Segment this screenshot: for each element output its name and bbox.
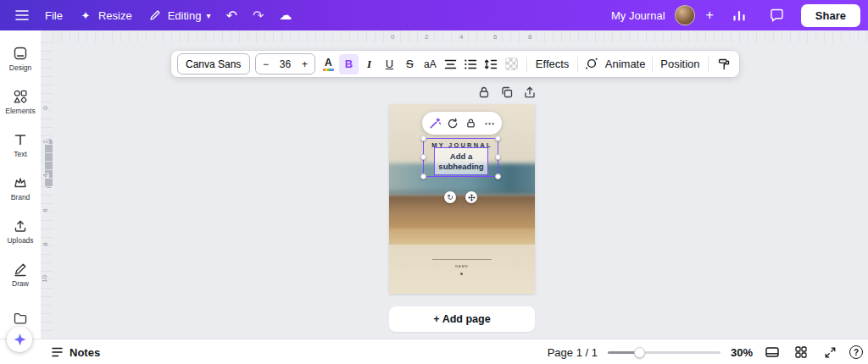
text-color-button[interactable]: A — [319, 54, 338, 74]
sidebar-item-uploads[interactable]: Uploads — [1, 212, 40, 251]
zoom-slider-knob[interactable] — [634, 347, 645, 358]
decorative-dot — [460, 273, 463, 275]
save-status-button[interactable]: ☁ — [272, 3, 298, 27]
pages-view-icon — [765, 345, 780, 359]
rotate-handle[interactable]: ↻ — [444, 191, 456, 203]
invite-members-button[interactable]: + — [704, 7, 715, 24]
horizontal-ruler: 0 2 4 6 8 — [53, 30, 868, 42]
position-button[interactable]: Position — [658, 54, 703, 74]
comments-button[interactable] — [763, 3, 792, 27]
font-size-decrease-button[interactable]: − — [256, 58, 275, 70]
help-button[interactable]: ? — [849, 345, 863, 359]
top-bar: File ✦ Resize Editing ▾ ↶ ↷ ☁ My Journal… — [0, 0, 868, 30]
selection-handle-bottom-right[interactable] — [495, 174, 501, 179]
selection-handle-bottom-left[interactable] — [420, 174, 426, 179]
underline-button[interactable]: U — [380, 54, 399, 74]
lock-element-button[interactable] — [465, 116, 478, 130]
canvas-page[interactable]: MY JOURNAL Add a subheading ⋯ — [389, 104, 535, 294]
line-spacing-button[interactable] — [481, 54, 501, 74]
align-center-icon — [444, 58, 457, 70]
statusbar-right-group: Page 1 / 1 30% ? — [548, 339, 863, 364]
brand-icon — [13, 175, 28, 190]
text-case-button[interactable]: aA — [420, 54, 440, 74]
alignment-button[interactable] — [441, 54, 460, 74]
ruler-tick-label: 4 — [42, 173, 49, 178]
document-title[interactable]: My Journal — [611, 9, 665, 22]
animate-icon — [585, 58, 598, 70]
font-family-selector[interactable]: Canva Sans — [177, 53, 250, 74]
menu-button[interactable] — [8, 3, 36, 27]
zoom-level[interactable]: 30% — [731, 346, 753, 359]
sidebar-item-design[interactable]: Design — [1, 39, 40, 79]
ruler-tick-label: 0 — [389, 33, 396, 41]
fullscreen-button[interactable] — [821, 343, 839, 361]
topbar-right-group: My Journal + Share — [611, 3, 860, 27]
add-page-button[interactable]: + Add page — [389, 306, 535, 332]
effects-button[interactable]: Effects — [532, 54, 572, 74]
comment-bubble-icon — [770, 8, 785, 23]
lock-page-button[interactable] — [475, 84, 493, 101]
subheading-text-box[interactable]: Add a subheading — [434, 147, 488, 175]
sidebar-item-brand[interactable]: Brand — [1, 168, 40, 208]
bold-button[interactable]: B — [339, 54, 359, 74]
copy-style-button[interactable] — [714, 54, 733, 74]
paint-roller-icon — [717, 58, 731, 71]
redo-button[interactable]: ↷ — [246, 3, 270, 28]
animate-button[interactable]: Animate — [583, 54, 647, 74]
toolbar-divider — [652, 57, 653, 72]
bullet-list-icon — [464, 58, 477, 70]
ruler-tick-label: 8 — [42, 241, 49, 246]
sidebar-item-label: Elements — [5, 107, 35, 115]
selection-handle-top-right[interactable] — [495, 135, 501, 141]
regenerate-button[interactable] — [447, 116, 460, 130]
editing-mode-button[interactable]: Editing ▾ — [141, 3, 218, 27]
strikethrough-button[interactable]: S — [400, 54, 420, 74]
export-page-button[interactable] — [520, 84, 539, 101]
transparency-button[interactable] — [502, 54, 521, 74]
sidebar-item-elements[interactable]: Elements — [1, 82, 40, 122]
canva-ai-button[interactable] — [7, 327, 32, 352]
avatar[interactable] — [675, 5, 695, 25]
notes-button[interactable]: Notes — [51, 339, 100, 364]
zoom-slider[interactable] — [608, 346, 721, 358]
line-spacing-icon — [484, 58, 498, 70]
export-icon — [523, 85, 537, 99]
font-size-value[interactable]: 36 — [275, 58, 295, 70]
name-label[interactable]: NAME — [403, 264, 520, 268]
duplicate-page-button[interactable] — [498, 84, 516, 101]
selection-handle-mid-right[interactable] — [495, 154, 501, 160]
draw-icon — [13, 262, 28, 277]
sidebar-item-label: Text — [14, 150, 27, 158]
font-size-increase-button[interactable]: + — [295, 58, 314, 70]
watercolor-tan-band — [389, 229, 535, 246]
fullscreen-icon — [824, 346, 837, 359]
selection-handle-mid-left[interactable] — [420, 154, 426, 160]
italic-button[interactable]: I — [359, 54, 379, 74]
sidebar-item-label: Brand — [11, 193, 31, 201]
insights-button[interactable] — [725, 3, 754, 27]
bullet-list-button[interactable] — [461, 54, 481, 74]
resize-button[interactable]: ✦ Resize — [71, 3, 139, 27]
grid-view-button[interactable] — [792, 343, 810, 361]
editing-mode-label: Editing — [168, 9, 202, 22]
move-handle[interactable] — [465, 191, 477, 203]
sidebar-item-draw[interactable]: Draw — [1, 255, 40, 295]
share-button[interactable]: Share — [801, 4, 860, 27]
lock-icon — [465, 118, 476, 129]
toolbar-divider — [577, 57, 578, 72]
move-icon — [468, 194, 476, 201]
sidebar-item-text[interactable]: Text — [1, 125, 40, 165]
undo-button[interactable]: ↶ — [219, 3, 243, 28]
selection-context-toolbar: ⋯ — [422, 112, 502, 135]
magic-write-button[interactable] — [428, 116, 442, 130]
file-menu-button[interactable]: File — [38, 5, 70, 26]
page-actions — [475, 84, 539, 101]
more-options-button[interactable]: ⋯ — [483, 116, 497, 130]
ruler-corner — [41, 30, 53, 42]
elements-icon — [13, 89, 28, 104]
pages-view-button[interactable] — [763, 343, 782, 361]
ruler-tick-label: 8 — [526, 33, 533, 41]
undo-icon: ↶ — [225, 8, 236, 24]
vertical-ruler: 0 2 4 6 8 10 — [41, 42, 53, 339]
selection-handle-top-left[interactable] — [420, 135, 426, 141]
